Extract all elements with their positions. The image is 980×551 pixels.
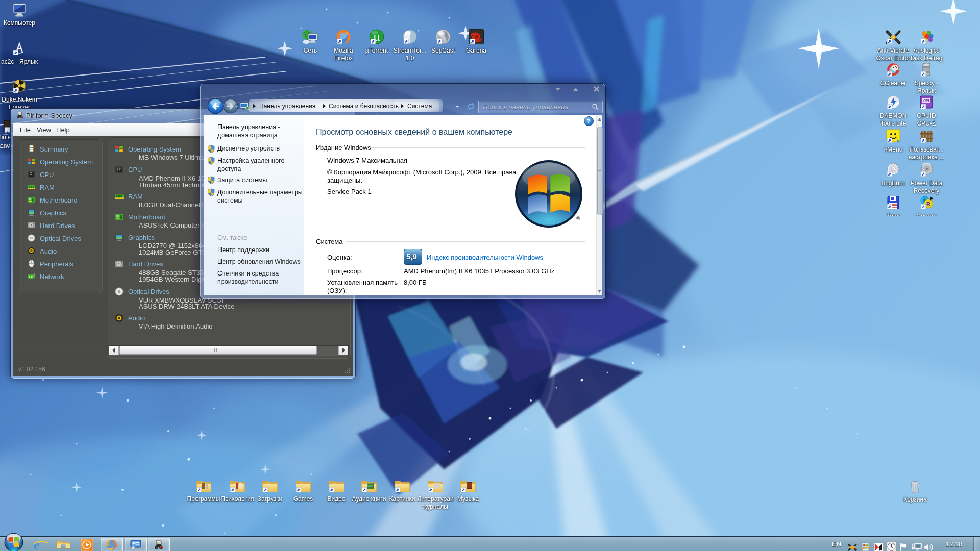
svg-text:R: R <box>926 201 930 207</box>
svg-text:®: ® <box>576 216 580 221</box>
svg-text:?: ? <box>587 117 591 125</box>
svg-text:e: e <box>34 539 39 551</box>
svg-text:CPUZ: CPUZ <box>923 99 934 103</box>
